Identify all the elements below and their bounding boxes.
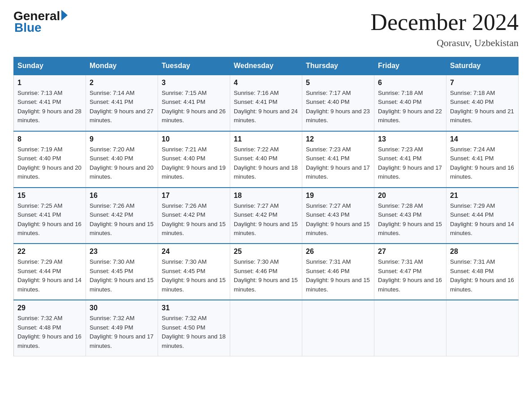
day-info: Sunrise: 7:21 AMSunset: 4:40 PMDaylight:… xyxy=(162,146,226,180)
calendar-cell: 11 Sunrise: 7:22 AMSunset: 4:40 PMDaylig… xyxy=(230,131,302,188)
day-number: 7 xyxy=(450,79,515,87)
calendar-cell: 18 Sunrise: 7:27 AMSunset: 4:42 PMDaylig… xyxy=(230,188,302,244)
day-info: Sunrise: 7:26 AMSunset: 4:42 PMDaylight:… xyxy=(162,202,226,236)
title-block: December 2024 Qorasuv, Uzbekistan xyxy=(370,9,519,49)
calendar-cell: 16 Sunrise: 7:26 AMSunset: 4:42 PMDaylig… xyxy=(86,188,158,244)
day-number: 14 xyxy=(450,135,515,143)
day-info: Sunrise: 7:32 AMSunset: 4:48 PMDaylight:… xyxy=(17,315,82,349)
page-header: General Blue December 2024 Qorasuv, Uzbe… xyxy=(13,9,519,49)
day-number: 1 xyxy=(17,79,82,87)
day-number: 12 xyxy=(306,135,370,143)
calendar-cell: 8 Sunrise: 7:19 AMSunset: 4:40 PMDayligh… xyxy=(14,131,86,188)
calendar-week-row: 29 Sunrise: 7:32 AMSunset: 4:48 PMDaylig… xyxy=(14,300,519,356)
day-info: Sunrise: 7:30 AMSunset: 4:45 PMDaylight:… xyxy=(90,258,154,292)
calendar-cell: 9 Sunrise: 7:20 AMSunset: 4:40 PMDayligh… xyxy=(86,131,158,188)
calendar-cell xyxy=(302,300,374,356)
logo: General Blue xyxy=(13,9,68,35)
column-header-tuesday: Tuesday xyxy=(158,57,230,75)
calendar-cell: 25 Sunrise: 7:30 AMSunset: 4:46 PMDaylig… xyxy=(230,244,302,300)
calendar-cell: 3 Sunrise: 7:15 AMSunset: 4:41 PMDayligh… xyxy=(158,75,230,131)
day-number: 22 xyxy=(17,248,82,256)
day-number: 25 xyxy=(234,248,298,256)
day-number: 5 xyxy=(306,79,370,87)
calendar-header-row: SundayMondayTuesdayWednesdayThursdayFrid… xyxy=(14,57,519,75)
calendar-week-row: 15 Sunrise: 7:25 AMSunset: 4:41 PMDaylig… xyxy=(14,188,519,244)
calendar-week-row: 8 Sunrise: 7:19 AMSunset: 4:40 PMDayligh… xyxy=(14,131,519,188)
calendar-cell: 5 Sunrise: 7:17 AMSunset: 4:40 PMDayligh… xyxy=(302,75,374,131)
day-info: Sunrise: 7:16 AMSunset: 4:41 PMDaylight:… xyxy=(234,90,298,124)
calendar-cell: 24 Sunrise: 7:30 AMSunset: 4:45 PMDaylig… xyxy=(158,244,230,300)
calendar-cell: 6 Sunrise: 7:18 AMSunset: 4:40 PMDayligh… xyxy=(374,75,446,131)
day-info: Sunrise: 7:30 AMSunset: 4:46 PMDaylight:… xyxy=(234,258,298,292)
location-subtitle: Qorasuv, Uzbekistan xyxy=(370,37,519,49)
day-info: Sunrise: 7:25 AMSunset: 4:41 PMDaylight:… xyxy=(17,202,82,236)
calendar-cell: 15 Sunrise: 7:25 AMSunset: 4:41 PMDaylig… xyxy=(14,188,86,244)
calendar-cell: 2 Sunrise: 7:14 AMSunset: 4:41 PMDayligh… xyxy=(86,75,158,131)
day-info: Sunrise: 7:31 AMSunset: 4:46 PMDaylight:… xyxy=(306,258,370,292)
day-number: 30 xyxy=(90,304,154,312)
day-info: Sunrise: 7:17 AMSunset: 4:40 PMDaylight:… xyxy=(306,90,370,124)
day-number: 21 xyxy=(450,192,515,200)
day-number: 10 xyxy=(162,135,226,143)
day-number: 15 xyxy=(17,192,82,200)
column-header-wednesday: Wednesday xyxy=(230,57,302,75)
calendar-cell: 26 Sunrise: 7:31 AMSunset: 4:46 PMDaylig… xyxy=(302,244,374,300)
day-info: Sunrise: 7:15 AMSunset: 4:41 PMDaylight:… xyxy=(162,90,226,124)
column-header-monday: Monday xyxy=(86,57,158,75)
day-info: Sunrise: 7:32 AMSunset: 4:50 PMDaylight:… xyxy=(162,315,226,349)
day-number: 17 xyxy=(162,192,226,200)
column-header-saturday: Saturday xyxy=(446,57,519,75)
calendar-cell: 31 Sunrise: 7:32 AMSunset: 4:50 PMDaylig… xyxy=(158,300,230,356)
day-info: Sunrise: 7:22 AMSunset: 4:40 PMDaylight:… xyxy=(234,146,298,180)
day-number: 6 xyxy=(378,79,442,87)
day-number: 29 xyxy=(17,304,82,312)
calendar-cell: 14 Sunrise: 7:24 AMSunset: 4:41 PMDaylig… xyxy=(446,131,519,188)
calendar-cell: 13 Sunrise: 7:23 AMSunset: 4:41 PMDaylig… xyxy=(374,131,446,188)
day-info: Sunrise: 7:23 AMSunset: 4:41 PMDaylight:… xyxy=(378,146,442,180)
day-info: Sunrise: 7:13 AMSunset: 4:41 PMDaylight:… xyxy=(17,90,82,124)
day-info: Sunrise: 7:28 AMSunset: 4:43 PMDaylight:… xyxy=(378,202,442,236)
day-info: Sunrise: 7:18 AMSunset: 4:40 PMDaylight:… xyxy=(450,90,514,124)
day-number: 18 xyxy=(234,192,298,200)
calendar-cell: 10 Sunrise: 7:21 AMSunset: 4:40 PMDaylig… xyxy=(158,131,230,188)
day-info: Sunrise: 7:30 AMSunset: 4:45 PMDaylight:… xyxy=(162,258,226,292)
month-title: December 2024 xyxy=(370,9,519,35)
day-info: Sunrise: 7:23 AMSunset: 4:41 PMDaylight:… xyxy=(306,146,370,180)
calendar-cell: 19 Sunrise: 7:27 AMSunset: 4:43 PMDaylig… xyxy=(302,188,374,244)
calendar-cell: 29 Sunrise: 7:32 AMSunset: 4:48 PMDaylig… xyxy=(14,300,86,356)
calendar-cell: 1 Sunrise: 7:13 AMSunset: 4:41 PMDayligh… xyxy=(14,75,86,131)
day-number: 4 xyxy=(234,79,298,87)
calendar-cell: 4 Sunrise: 7:16 AMSunset: 4:41 PMDayligh… xyxy=(230,75,302,131)
day-info: Sunrise: 7:27 AMSunset: 4:42 PMDaylight:… xyxy=(234,202,298,236)
day-info: Sunrise: 7:29 AMSunset: 4:44 PMDaylight:… xyxy=(450,202,514,236)
day-number: 16 xyxy=(90,192,154,200)
logo-blue-text: Blue xyxy=(14,21,42,35)
day-info: Sunrise: 7:14 AMSunset: 4:41 PMDaylight:… xyxy=(90,90,154,124)
calendar-table: SundayMondayTuesdayWednesdayThursdayFrid… xyxy=(13,57,519,356)
calendar-cell: 30 Sunrise: 7:32 AMSunset: 4:49 PMDaylig… xyxy=(86,300,158,356)
day-info: Sunrise: 7:32 AMSunset: 4:49 PMDaylight:… xyxy=(90,315,154,349)
calendar-cell xyxy=(230,300,302,356)
calendar-cell: 17 Sunrise: 7:26 AMSunset: 4:42 PMDaylig… xyxy=(158,188,230,244)
day-number: 8 xyxy=(17,135,82,143)
calendar-week-row: 22 Sunrise: 7:29 AMSunset: 4:44 PMDaylig… xyxy=(14,244,519,300)
day-info: Sunrise: 7:24 AMSunset: 4:41 PMDaylight:… xyxy=(450,146,514,180)
day-info: Sunrise: 7:19 AMSunset: 4:40 PMDaylight:… xyxy=(17,146,82,180)
calendar-cell xyxy=(374,300,446,356)
column-header-thursday: Thursday xyxy=(302,57,374,75)
day-number: 3 xyxy=(162,79,226,87)
calendar-cell: 27 Sunrise: 7:31 AMSunset: 4:47 PMDaylig… xyxy=(374,244,446,300)
day-info: Sunrise: 7:29 AMSunset: 4:44 PMDaylight:… xyxy=(17,258,82,292)
logo-arrow-icon xyxy=(61,10,68,21)
calendar-cell: 7 Sunrise: 7:18 AMSunset: 4:40 PMDayligh… xyxy=(446,75,519,131)
day-number: 20 xyxy=(378,192,442,200)
day-info: Sunrise: 7:20 AMSunset: 4:40 PMDaylight:… xyxy=(90,146,154,180)
calendar-cell: 20 Sunrise: 7:28 AMSunset: 4:43 PMDaylig… xyxy=(374,188,446,244)
day-info: Sunrise: 7:26 AMSunset: 4:42 PMDaylight:… xyxy=(90,202,154,236)
calendar-cell: 22 Sunrise: 7:29 AMSunset: 4:44 PMDaylig… xyxy=(14,244,86,300)
day-number: 11 xyxy=(234,135,298,143)
column-header-friday: Friday xyxy=(374,57,446,75)
calendar-cell: 12 Sunrise: 7:23 AMSunset: 4:41 PMDaylig… xyxy=(302,131,374,188)
calendar-cell: 21 Sunrise: 7:29 AMSunset: 4:44 PMDaylig… xyxy=(446,188,519,244)
day-info: Sunrise: 7:31 AMSunset: 4:48 PMDaylight:… xyxy=(450,258,514,292)
